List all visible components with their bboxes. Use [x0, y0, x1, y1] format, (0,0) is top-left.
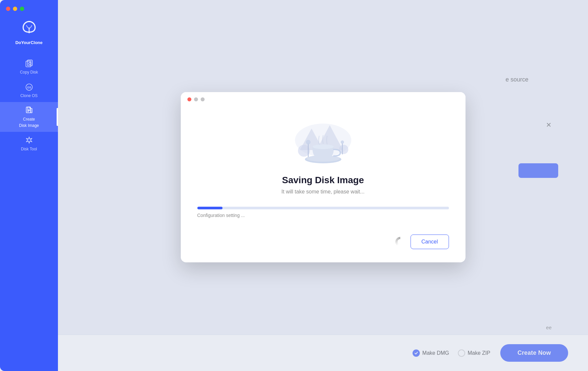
modal-minimize-button[interactable]: [194, 97, 198, 101]
modal-footer: Cancel: [197, 231, 449, 249]
modal-maximize-button[interactable]: [201, 97, 205, 101]
modal-subtitle: It will take some time, please wait...: [281, 189, 365, 195]
cancel-button[interactable]: Cancel: [411, 235, 449, 249]
modal-title: Saving Disk Image: [282, 175, 364, 186]
sidebar-item-clone-os[interactable]: OS Clone OS: [0, 79, 58, 102]
progress-track: [197, 207, 449, 209]
main-content: e source ✕ ee Make DMG Make ZIP Create N…: [58, 0, 588, 371]
progress-label: Configuration setting ...: [197, 213, 449, 218]
svg-point-18: [313, 144, 334, 149]
saving-disk-image-modal: Saving Disk Image It will take some time…: [181, 92, 466, 262]
sidebar-item-copy-disk[interactable]: Copy Disk: [0, 55, 58, 79]
sidebar-item-disk-tool[interactable]: Disk Tool: [0, 132, 58, 155]
modal-close-button[interactable]: [187, 97, 191, 101]
disk-tool-icon: [24, 136, 34, 145]
app-name-label: DoYourClone: [15, 40, 42, 45]
svg-text:OS: OS: [27, 86, 31, 89]
svg-point-15: [341, 140, 344, 144]
modal-illustration: [287, 109, 360, 168]
create-disk-image-icon: [24, 106, 34, 115]
loading-spinner: [395, 237, 405, 247]
svg-point-13: [306, 140, 311, 144]
progress-container: Configuration setting ...: [197, 207, 449, 228]
app-logo: [19, 18, 39, 38]
sidebar-item-disk-tool-label: Disk Tool: [21, 147, 37, 151]
sidebar-item-create-disk-image-label-2: Disk Image: [19, 123, 39, 128]
sidebar-item-clone-os-label: Clone OS: [20, 93, 37, 98]
copy-disk-icon: [24, 59, 34, 68]
maximize-window-button[interactable]: [20, 7, 24, 11]
close-window-button[interactable]: [6, 7, 10, 11]
sidebar-item-create-disk-image-label-1: Create: [23, 117, 35, 122]
sidebar: DoYourClone Copy Disk OS Clone OS: [0, 0, 58, 371]
modal-titlebar: [181, 92, 466, 105]
sidebar-item-copy-disk-label: Copy Disk: [20, 70, 38, 75]
modal-overlay: Saving Disk Image It will take some time…: [58, 0, 588, 371]
minimize-window-button[interactable]: [13, 7, 17, 11]
progress-fill: [197, 207, 222, 209]
modal-body: Saving Disk Image It will take some time…: [181, 105, 466, 249]
clone-os-icon: OS: [24, 82, 34, 92]
window-controls: [0, 7, 24, 11]
sidebar-item-create-disk-image[interactable]: Create Disk Image: [0, 102, 58, 132]
